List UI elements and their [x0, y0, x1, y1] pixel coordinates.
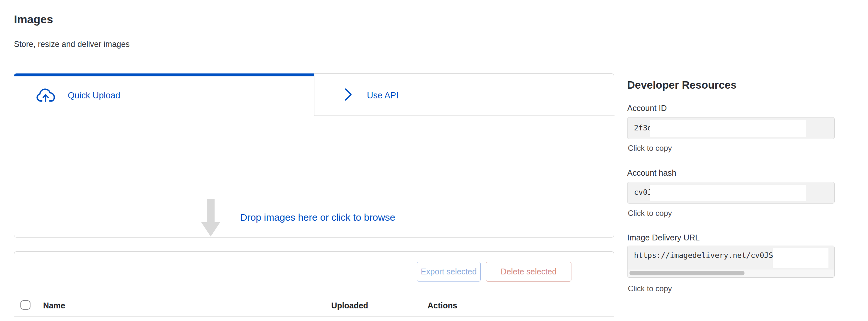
redaction-overlay	[650, 120, 806, 137]
down-arrow-icon	[201, 199, 220, 238]
account-hash-copy-hint: Click to copy	[628, 209, 672, 218]
redaction-overlay	[773, 248, 829, 268]
image-delivery-url-value: https://imagedelivery.net/cv0JSj	[634, 251, 778, 259]
cloud-upload-icon	[36, 87, 56, 104]
account-hash-field[interactable]: cv0J	[627, 182, 835, 204]
tab-use-api-label: Use API	[367, 91, 399, 101]
toolbar-divider	[14, 295, 614, 295]
tab-use-api[interactable]: Use API	[314, 74, 615, 115]
image-delivery-url-copy-hint: Click to copy	[628, 284, 672, 293]
upload-panel: Quick Upload Use API Drop images here or…	[14, 73, 614, 238]
tab-quick-upload-label: Quick Upload	[68, 91, 120, 101]
column-header-name: Name	[43, 301, 65, 310]
export-selected-button[interactable]: Export selected	[417, 262, 481, 282]
account-id-value: 2f3d	[634, 123, 652, 132]
dropzone-label: Drop images here or click to browse	[240, 212, 396, 223]
tab-quick-upload[interactable]: Quick Upload	[14, 74, 314, 115]
image-delivery-url-label: Image Delivery URL	[627, 233, 700, 242]
redaction-overlay	[650, 185, 806, 201]
header-divider	[14, 316, 614, 317]
page-title: Images	[14, 13, 53, 26]
account-id-label: Account ID	[627, 104, 667, 113]
account-id-field[interactable]: 2f3d	[627, 117, 835, 139]
account-hash-label: Account hash	[627, 168, 677, 178]
developer-resources-title: Developer Resources	[627, 79, 737, 91]
column-header-uploaded: Uploaded	[331, 301, 368, 310]
column-header-actions: Actions	[428, 301, 457, 310]
chevron-right-icon	[344, 88, 353, 102]
image-dropzone[interactable]: Drop images here or click to browse	[14, 115, 614, 238]
image-list-panel: Export selected Delete selected Name Upl…	[14, 251, 614, 321]
account-hash-value: cv0J	[634, 188, 652, 197]
delete-selected-button[interactable]: Delete selected	[486, 262, 571, 282]
url-scrollbar-thumb[interactable]	[629, 271, 745, 275]
images-page: Images Store, resize and deliver images …	[0, 0, 868, 321]
select-all-checkbox[interactable]	[21, 300, 30, 310]
account-id-copy-hint: Click to copy	[628, 144, 672, 153]
page-subtitle: Store, resize and deliver images	[14, 39, 130, 49]
image-delivery-url-field[interactable]: https://imagedelivery.net/cv0JSj	[627, 246, 835, 278]
